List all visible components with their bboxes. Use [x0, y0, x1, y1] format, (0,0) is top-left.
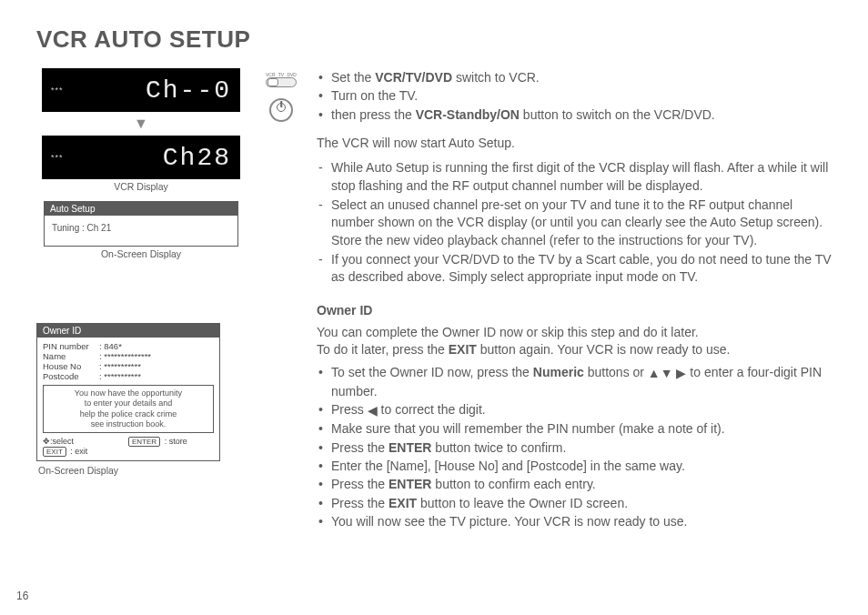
owner-b6: Press the ENTER button to confirm each e… [317, 476, 832, 493]
owner-b8: You will now see the TV picture. Your VC… [317, 513, 832, 530]
owner-b5: Enter the [Name], [House No] and [Postco… [317, 458, 832, 475]
owner-name-value: : ************** [99, 351, 151, 361]
osd1-title: Auto Setup [45, 202, 237, 216]
owner-b3: Make sure that you will remember the PIN… [317, 420, 832, 438]
vcr2-indicator: *** [51, 153, 64, 162]
vcr-display-caption: VCR Display [36, 181, 246, 192]
owner-post-value: : *********** [99, 371, 141, 381]
owner-b1: To set the Owner ID now, press the Numer… [317, 364, 832, 400]
nav-cross-icon: ✥ [43, 437, 50, 446]
down-triangle-icon: ▼ [661, 365, 673, 382]
owner-fields: PIN number: 846* Name: ************** Ho… [37, 338, 219, 383]
owner-b2: Press ◀ to correct the digit. [317, 401, 832, 419]
owner-b4: Press the ENTER button twice to confirm. [317, 439, 832, 457]
vcr1-indicator: *** [51, 86, 64, 95]
owner-house-label: House No [43, 361, 99, 371]
owner-p2: To do it later, press the EXIT button ag… [317, 341, 832, 358]
exit-key-icon: EXIT [43, 447, 66, 457]
left-triangle-icon: ◀ [368, 402, 378, 419]
vcr2-segment: Ch28 [163, 144, 231, 172]
step-2: Turn on the TV. [317, 87, 832, 105]
right-triangle-icon: ▶ [676, 365, 686, 382]
step-3: then press the VCR-Standby/ON button to … [317, 106, 832, 124]
owner-house-value: : *********** [99, 361, 141, 371]
vcr-tv-dvd-switch-icon: VCRTVDVD [266, 72, 297, 87]
owner-header: Owner ID [37, 324, 219, 338]
dash-3: If you connect your VCR/DVD to the TV by… [317, 251, 832, 287]
owner-pin-value: : 846* [99, 341, 122, 351]
owner-post-label: Postcode [43, 371, 99, 381]
page-title: VCR AUTO SETUP [36, 25, 832, 54]
owner-pin-label: PIN number [43, 341, 99, 351]
owner-footer: ✥:select ENTER : store EXIT : exit [37, 437, 219, 460]
vcr-display-1: *** Ch--0 [42, 68, 240, 112]
owner-id-heading: Owner ID [317, 302, 832, 319]
owner-name-label: Name [43, 351, 99, 361]
enter-key-icon: ENTER [128, 437, 160, 447]
osd1-body: Tuning : Ch 21 [45, 216, 237, 246]
owner-message: You now have the opportunity to enter yo… [43, 385, 214, 433]
owner-caption: On-Screen Display [38, 465, 246, 476]
vcr-display-2: *** Ch28 [42, 136, 240, 179]
autosetup-note: The VCR will now start Auto Setup. [317, 135, 832, 152]
icon-column: VCRTVDVD [262, 68, 300, 531]
page-number: 16 [16, 590, 28, 602]
down-arrow-icon: ▼ [36, 116, 246, 132]
owner-p1: You can complete the Owner ID now or ski… [317, 324, 832, 341]
vcr1-segment: Ch--0 [146, 76, 231, 105]
osd-owner-id: Owner ID PIN number: 846* Name: ********… [36, 323, 220, 461]
dash-2: Select an unused channel pre-set on your… [317, 197, 832, 249]
left-column: *** Ch--0 ▼ *** Ch28 VCR Display Auto Se… [36, 68, 246, 531]
step-1: Set the VCR/TV/DVD switch to VCR. [317, 69, 832, 86]
power-button-icon [269, 98, 293, 122]
osd-auto-setup: Auto Setup Tuning : Ch 21 [44, 201, 238, 247]
up-triangle-icon: ▲ [648, 365, 661, 382]
right-column: Set the VCR/TV/DVD switch to VCR. Turn o… [317, 68, 832, 531]
osd1-caption: On-Screen Display [36, 248, 246, 259]
owner-b7: Press the EXIT button to leave the Owner… [317, 495, 832, 512]
dash-1: While Auto Setup is running the first di… [317, 159, 832, 195]
